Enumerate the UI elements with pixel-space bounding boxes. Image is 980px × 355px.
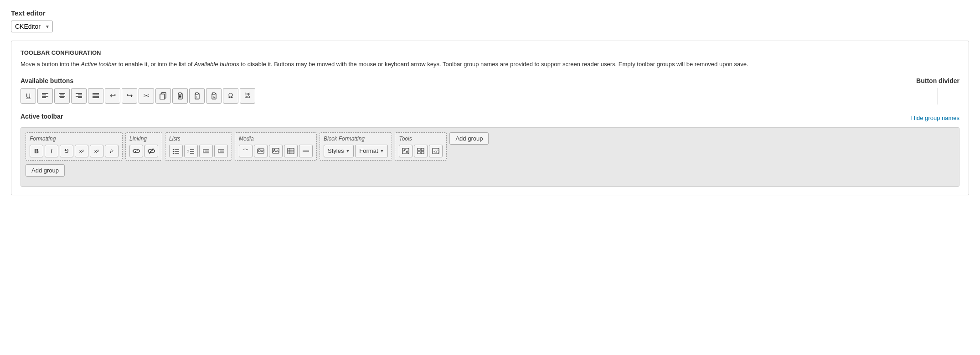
- linking-buttons: [129, 145, 158, 157]
- svg-rect-71: [421, 151, 424, 154]
- svg-rect-68: [418, 148, 420, 151]
- svg-rect-55: [288, 148, 294, 154]
- align-left-btn[interactable]: [37, 88, 53, 104]
- toolbar-group-block-formatting: Block Formatting Styles Format: [320, 132, 392, 161]
- add-group-btn-bottom[interactable]: Add group: [26, 164, 65, 177]
- page-title: Text editor: [11, 9, 969, 17]
- button-divider-label: Button divider: [916, 77, 959, 84]
- toolbar-groups-row: Formatting B I S x2 x2 Ix Linking: [26, 132, 954, 161]
- special-char-btn[interactable]: Ω: [223, 88, 238, 104]
- svg-point-30: [173, 149, 174, 150]
- table-btn[interactable]: [284, 145, 298, 157]
- svg-text:W: W: [213, 95, 216, 98]
- svg-marker-48: [218, 150, 219, 152]
- removeformat-btn[interactable]: Ix: [105, 145, 119, 157]
- undo-btn[interactable]: ↩: [105, 88, 120, 104]
- group-name-media: Media: [239, 136, 313, 142]
- format-dropdown-btn[interactable]: Format: [355, 145, 388, 157]
- svg-point-31: [173, 151, 174, 151]
- svg-line-29: [150, 148, 153, 154]
- copy-btn[interactable]: [155, 88, 171, 104]
- unlink-btn[interactable]: [144, 145, 158, 157]
- bold-btn[interactable]: B: [30, 145, 43, 157]
- media-buttons: “”: [239, 145, 313, 157]
- group-name-block-formatting: Block Formatting: [324, 136, 388, 142]
- available-buttons-label: Available buttons: [21, 77, 255, 84]
- svg-rect-17: [160, 94, 165, 99]
- toolbar-config-title: TOOLBAR CONFIGURATION: [21, 49, 959, 56]
- paste-word-btn[interactable]: W: [206, 88, 222, 104]
- indent-btn[interactable]: [214, 145, 228, 157]
- available-buttons-grid: U: [21, 88, 255, 104]
- maximize-btn[interactable]: [399, 145, 413, 157]
- align-right-btn[interactable]: [71, 88, 87, 104]
- group-name-linking: Linking: [129, 136, 158, 142]
- outdent-btn[interactable]: [199, 145, 213, 157]
- svg-rect-70: [418, 151, 420, 154]
- superscript-btn[interactable]: x2: [75, 145, 88, 157]
- strikethrough-btn[interactable]: S: [60, 145, 73, 157]
- active-toolbar-area: Formatting B I S x2 x2 Ix Linking: [21, 127, 959, 187]
- italic-btn[interactable]: I: [45, 145, 58, 157]
- toolbar-group-lists: Lists 1.2.: [165, 132, 232, 161]
- toolbar-group-media: Media “”: [235, 132, 317, 161]
- svg-text:2.: 2.: [187, 150, 189, 153]
- toolbar-group-formatting: Formatting B I S x2 x2 Ix: [26, 132, 123, 161]
- redo-btn[interactable]: ↪: [122, 88, 137, 104]
- lists-buttons: 1.2.: [169, 145, 228, 157]
- toolbar-config-desc: Move a button into the Active toolbar to…: [21, 60, 959, 69]
- add-group-bottom-wrapper: Add group: [26, 164, 954, 177]
- paste-btn[interactable]: [172, 88, 188, 104]
- toolbar-group-tools: Tools </>: [395, 132, 447, 161]
- svg-rect-50: [258, 150, 260, 151]
- link-btn[interactable]: [129, 145, 143, 157]
- blockquote-btn[interactable]: “”: [239, 145, 253, 157]
- svg-rect-24: [196, 93, 198, 94]
- svg-text:</>: </>: [433, 150, 439, 154]
- image-btn[interactable]: [269, 145, 283, 157]
- toolbar-group-linking: Linking: [125, 132, 162, 161]
- svg-rect-69: [421, 148, 424, 151]
- justify-btn[interactable]: [88, 88, 103, 104]
- svg-rect-19: [179, 93, 181, 94]
- tools-buttons: </>: [399, 145, 443, 157]
- hide-group-names-link[interactable]: Hide group names: [911, 115, 959, 121]
- language-btn[interactable]: 話: [240, 88, 255, 104]
- svg-rect-53: [273, 148, 279, 153]
- svg-text:T: T: [196, 95, 198, 98]
- group-name-tools: Tools: [399, 136, 443, 142]
- styles-dropdown-btn[interactable]: Styles: [324, 145, 354, 157]
- toolbar-config-box: TOOLBAR CONFIGURATION Move a button into…: [11, 41, 969, 195]
- active-toolbar-label: Active toolbar: [21, 113, 63, 120]
- align-center-btn[interactable]: [54, 88, 70, 104]
- svg-rect-27: [212, 93, 215, 94]
- group-name-lists: Lists: [169, 136, 228, 142]
- svg-marker-44: [203, 150, 204, 152]
- svg-rect-61: [402, 148, 409, 154]
- underline-btn[interactable]: U: [21, 88, 36, 104]
- cut-btn[interactable]: ✂: [139, 88, 154, 104]
- svg-point-32: [173, 152, 174, 153]
- formatting-buttons: B I S x2 x2 Ix: [30, 145, 119, 157]
- unordered-list-btn[interactable]: [169, 145, 183, 157]
- show-blocks-btn[interactable]: [414, 145, 428, 157]
- paste-text-btn[interactable]: T: [189, 88, 205, 104]
- block-formatting-buttons: Styles Format: [324, 145, 388, 157]
- source-btn[interactable]: </>: [429, 145, 443, 157]
- drupal-media-btn[interactable]: [254, 145, 268, 157]
- add-group-inline-wrapper: Add group: [449, 132, 489, 146]
- add-group-btn-inline[interactable]: Add group: [449, 132, 489, 145]
- group-name-formatting: Formatting: [30, 136, 119, 142]
- subscript-btn[interactable]: x2: [90, 145, 103, 157]
- button-divider: [938, 88, 938, 104]
- hr-btn[interactable]: [299, 145, 313, 157]
- editor-select[interactable]: CKEditor TinyMCE Plain text: [11, 21, 53, 32]
- ordered-list-btn[interactable]: 1.2.: [184, 145, 198, 157]
- page-wrapper: Text editor CKEditor TinyMCE Plain text …: [11, 9, 969, 195]
